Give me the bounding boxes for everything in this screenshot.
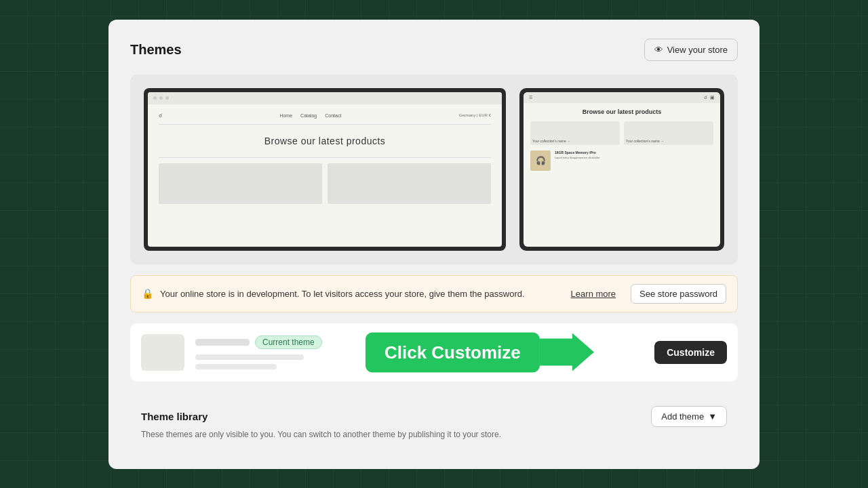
learn-more-link[interactable]: Learn more xyxy=(571,289,616,299)
search-icon: ☌ xyxy=(159,113,162,119)
password-banner: 🔒 Your online store is in development. T… xyxy=(130,275,738,312)
browser-dot-3 xyxy=(165,96,169,100)
mobile-product-desc: Liquid entry disappearance ultraviolet xyxy=(555,156,713,159)
product-placeholder-1 xyxy=(159,163,322,204)
page-title: Themes xyxy=(130,42,182,58)
store-content: ☌ Home Catalog Contact Germany | EUR € B… xyxy=(148,104,502,212)
desktop-screen: ☌ Home Catalog Contact Germany | EUR € B… xyxy=(148,92,502,247)
themes-panel: Themes 👁 View your store ☌ Home xyxy=(108,20,760,469)
store-products xyxy=(159,163,491,204)
store-location: Germany | EUR € xyxy=(459,113,491,117)
mobile-product-image: 🎧 xyxy=(530,150,551,171)
browser-dot-2 xyxy=(159,96,163,100)
add-theme-label: Add theme xyxy=(661,411,704,422)
store-divider xyxy=(159,124,491,125)
click-customize-label: Click Customize xyxy=(366,332,540,372)
mobile-bar-icons: ☌ ▣ xyxy=(704,95,715,100)
add-theme-button[interactable]: Add theme ▼ xyxy=(651,406,727,427)
mobile-collections: Your collection's name → Your collection… xyxy=(530,121,713,145)
product-placeholder-2 xyxy=(328,163,491,204)
nav-home: Home xyxy=(279,113,292,118)
see-store-password-button[interactable]: See store password xyxy=(631,284,726,304)
browser-dot-1 xyxy=(153,96,157,100)
mobile-product-title: 16GB Space Memory iPro xyxy=(555,150,713,155)
store-hero-text: Browse our latest products xyxy=(159,136,491,146)
browser-bar xyxy=(148,92,502,104)
current-theme-badge: Current theme xyxy=(255,336,322,349)
mobile-content: Browse our latest products Your collecti… xyxy=(524,103,720,177)
desktop-mockup: ☌ Home Catalog Contact Germany | EUR € B… xyxy=(144,88,506,251)
theme-sub-placeholder-1 xyxy=(195,354,304,360)
library-description: These themes are only visible to you. Yo… xyxy=(141,430,727,439)
store-divider-2 xyxy=(159,157,491,158)
theme-sub-placeholder-2 xyxy=(195,364,277,369)
nav-contact: Contact xyxy=(325,113,341,118)
click-customize-overlay: Click Customize xyxy=(366,332,594,372)
library-header: Theme library Add theme ▼ xyxy=(141,406,727,427)
theme-actions: Customize xyxy=(654,341,727,364)
mobile-product: 🎧 16GB Space Memory iPro Liquid entry di… xyxy=(530,150,713,171)
mobile-cart-icon: ▣ xyxy=(710,95,715,100)
chevron-down-icon: ▼ xyxy=(708,411,717,422)
current-theme-section: Current theme Customize Click Customize xyxy=(130,323,738,382)
mobile-menu-icon: ☰ xyxy=(529,95,532,100)
view-store-button[interactable]: 👁 View your store xyxy=(644,39,738,61)
store-nav-links: Home Catalog Contact xyxy=(279,113,341,118)
library-title: Theme library xyxy=(141,411,208,422)
theme-thumbnail xyxy=(141,334,184,371)
mobile-search-icon: ☌ xyxy=(704,95,707,100)
theme-preview-section: ☌ Home Catalog Contact Germany | EUR € B… xyxy=(130,75,738,264)
mobile-screen: ☰ ☌ ▣ Browse our latest products Your co… xyxy=(524,92,720,247)
theme-name-placeholder xyxy=(195,339,250,346)
mobile-collection-2: Your collection's name → xyxy=(624,121,713,145)
lock-icon: 🔒 xyxy=(142,288,153,299)
mobile-mockup: ☰ ☌ ▣ Browse our latest products Your co… xyxy=(519,88,724,251)
mobile-hero-text: Browse our latest products xyxy=(530,108,713,117)
panel-header: Themes 👁 View your store xyxy=(130,39,738,61)
eye-icon: 👁 xyxy=(654,45,663,55)
mobile-collection-1: Your collection's name → xyxy=(530,121,620,145)
store-nav: ☌ Home Catalog Contact Germany | EUR € xyxy=(159,113,491,119)
mobile-bar: ☰ ☌ ▣ xyxy=(524,92,720,103)
customize-button[interactable]: Customize xyxy=(654,341,727,364)
nav-catalog: Catalog xyxy=(300,113,317,118)
theme-library-section: Theme library Add theme ▼ These themes a… xyxy=(130,395,738,450)
banner-text: Your online store is in development. To … xyxy=(160,289,564,299)
mobile-product-info: 16GB Space Memory iPro Liquid entry disa… xyxy=(555,150,713,159)
svg-marker-0 xyxy=(540,333,594,371)
green-arrow-icon xyxy=(540,333,594,371)
